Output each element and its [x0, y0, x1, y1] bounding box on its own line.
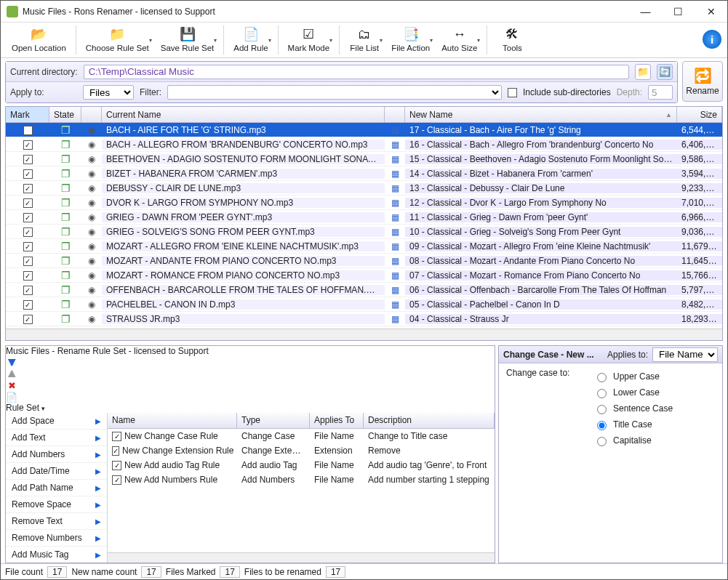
col-mark[interactable]: Mark [6, 107, 49, 122]
save-rule-set-button[interactable]: 💾 Save Rule Set▾ [156, 24, 220, 55]
mark-mode-icon: ☑ [300, 26, 317, 42]
rule-col-type[interactable]: Type [237, 413, 310, 428]
rename-button[interactable]: 🔁 Rename [682, 61, 723, 102]
audio-icon: ◉ [81, 154, 102, 164]
row-checkbox[interactable]: ✓ [23, 213, 33, 222]
file-list-button[interactable]: 🗂 File List▾ [344, 24, 385, 55]
include-subdirs-checkbox[interactable] [508, 88, 517, 97]
new-name: 16 - Classical - Bach - Allegro From 'br… [405, 140, 677, 150]
row-checkbox[interactable]: ✓ [23, 271, 33, 281]
close-button[interactable]: ✕ [695, 1, 727, 22]
state-icon: ❐ [49, 299, 81, 310]
rule-checkbox[interactable]: ✓ [112, 461, 121, 470]
row-checkbox[interactable]: ✓ [23, 227, 33, 237]
case-option[interactable]: Lower Case [593, 387, 673, 398]
rule-checkbox[interactable]: ✓ [112, 446, 119, 456]
row-checkbox[interactable]: ✓ [23, 242, 33, 251]
rule-row[interactable]: ✓New Change Case RuleChange CaseFile Nam… [108, 429, 495, 443]
action-item[interactable]: Remove Numbers▶ [6, 530, 107, 547]
rule-row[interactable]: ✓New Change Extension RuleChange Extens.… [108, 443, 495, 458]
rule-row[interactable]: ✓New Add audio Tag RuleAdd audio TagFile… [108, 458, 495, 472]
move-down-button[interactable]: ⯆ [6, 356, 17, 368]
applies-to-select[interactable]: File Name [652, 347, 718, 362]
row-checkbox[interactable]: ✓ [23, 155, 33, 164]
info-button[interactable]: i [703, 30, 721, 49]
current-name: DEBUSSY - CLAIR DE LUNE.mp3 [102, 183, 385, 193]
table-row[interactable]: ✓❐◉BIZET - HABANERA FROM 'CARMEN'.mp3▦14… [6, 166, 722, 181]
table-row[interactable]: ✓❐◉BACH - AIRE FOR THE 'G' STRING.mp3▦17… [6, 123, 722, 137]
tools-button[interactable]: 🛠 Tools [492, 24, 532, 55]
col-icon-a[interactable] [81, 107, 102, 122]
rule-row[interactable]: ✓New Add Numbers RuleAdd NumbersFile Nam… [108, 472, 495, 487]
grid-hscrollbar[interactable] [6, 329, 722, 340]
row-checkbox[interactable]: ✓ [23, 126, 33, 135]
ruleset-menu-button[interactable]: Rule Set [6, 403, 39, 413]
row-checkbox[interactable]: ✓ [23, 140, 33, 150]
new-name: 14 - Classical - Bizet - Habanera From '… [405, 169, 677, 179]
table-row[interactable]: ✓❐◉GRIEG - DAWN FROM 'PEER GYNT'.mp3▦11 … [6, 210, 722, 225]
action-item[interactable]: Add Music Tag▶ [6, 547, 107, 563]
delete-rule-button[interactable]: ✖ [6, 379, 17, 391]
open-location-button[interactable]: 📂 Open Location [7, 24, 71, 55]
browse-folder-button[interactable]: 📁 [635, 64, 651, 80]
action-item[interactable]: Remove Text▶ [6, 513, 107, 530]
row-checkbox[interactable]: ✓ [23, 198, 33, 208]
rule-col-desc[interactable]: Description [364, 413, 495, 428]
depth-input [648, 85, 673, 100]
row-checkbox[interactable]: ✓ [23, 169, 33, 179]
move-up-button[interactable]: ⯅ [6, 368, 17, 379]
refresh-button[interactable]: 🔄 [657, 64, 673, 80]
rule-checkbox[interactable]: ✓ [112, 432, 121, 441]
col-new-name[interactable]: New Name▲ [405, 107, 677, 122]
rule-grid: Name Type Applies To Description ✓New Ch… [108, 413, 495, 563]
directory-input[interactable] [84, 65, 629, 79]
action-item[interactable]: Add Text▶ [6, 430, 107, 446]
row-checkbox[interactable]: ✓ [23, 286, 33, 295]
rule-col-applies[interactable]: Applies To [310, 413, 364, 428]
auto-size-button[interactable]: ↔ Auto Size▾ [436, 24, 482, 55]
file-action-button[interactable]: 📑 File Action▾ [386, 24, 435, 55]
case-option[interactable]: Capitalise [593, 435, 673, 446]
rule-checkbox[interactable]: ✓ [112, 475, 121, 485]
row-checkbox[interactable]: ✓ [23, 257, 33, 266]
table-row[interactable]: ✓❐◉DEBUSSY - CLAIR DE LUNE.mp3▦13 - Clas… [6, 181, 722, 196]
table-row[interactable]: ✓❐◉BACH - ALLEGRO FROM 'BRANDENBURG' CON… [6, 137, 722, 152]
maximize-button[interactable]: ☐ [662, 1, 695, 22]
action-item[interactable]: Remove Space▶ [6, 496, 107, 513]
table-row[interactable]: ✓❐◉BEETHOVEN - ADAGIO SOSTENUTO FORM MOO… [6, 152, 722, 166]
row-checkbox[interactable]: ✓ [23, 300, 33, 310]
main-toolbar: 📂 Open Location 📁 Choose Rule Set▾ 💾 Sav… [1, 23, 727, 58]
table-row[interactable]: ✓❐◉MOZART - ROMANCE FROM PIANO CONCERTO … [6, 268, 722, 283]
table-row[interactable]: ✓❐◉OFFENBACH - BARCAROLLE FROM THE TALES… [6, 283, 722, 297]
col-size[interactable]: Size [677, 107, 722, 122]
current-name: GRIEG - SOLVEIG'S SONG FROM PEER GYNT.mp… [102, 227, 385, 237]
table-row[interactable]: ✓❐◉STRAUSS JR.mp3▦04 - Classical - Strau… [6, 312, 722, 326]
col-state[interactable]: State [49, 107, 81, 122]
case-option[interactable]: Upper Case [593, 371, 673, 382]
table-row[interactable]: ✓❐◉DVOR K - LARGO FROM SYMPHONY NO.mp3▦1… [6, 196, 722, 210]
action-item[interactable]: Add Date/Time▶ [6, 463, 107, 480]
minimize-button[interactable]: — [629, 1, 662, 22]
action-item[interactable]: Add Path Name▶ [6, 480, 107, 496]
rule-grid-hscroll[interactable] [108, 552, 495, 563]
action-item[interactable]: Add Space▶ [6, 413, 107, 430]
action-item[interactable]: Add Numbers▶ [6, 446, 107, 463]
filter-select[interactable] [167, 85, 502, 100]
rule-col-name[interactable]: Name [108, 413, 237, 428]
choose-rule-set-button[interactable]: 📁 Choose Rule Set▾ [81, 24, 154, 55]
row-checkbox[interactable]: ✓ [23, 315, 33, 324]
col-icon-b[interactable] [385, 107, 405, 122]
row-checkbox[interactable]: ✓ [23, 184, 33, 193]
table-row[interactable]: ✓❐◉GRIEG - SOLVEIG'S SONG FROM PEER GYNT… [6, 225, 722, 239]
mark-mode-button[interactable]: ☑ Mark Mode▾ [283, 24, 335, 55]
grid-header: Mark State Current Name New Name▲ Size [6, 107, 722, 123]
table-row[interactable]: ✓❐◉MOZART - ANDANTE FROM PIANO CONCERTO … [6, 254, 722, 268]
table-row[interactable]: ✓❐◉MOZART - ALLEGRO FROM 'EINE KLEINE NA… [6, 239, 722, 254]
case-option[interactable]: Title Case [593, 419, 673, 430]
add-rule-button[interactable]: 📄 Add Rule▾ [228, 24, 273, 55]
apply-to-select[interactable]: Files [83, 85, 134, 100]
case-option[interactable]: Sentence Case [593, 403, 673, 414]
col-current-name[interactable]: Current Name [102, 107, 385, 122]
table-row[interactable]: ✓❐◉PACHELBEL - CANON IN D.mp3▦05 - Class… [6, 297, 722, 312]
grid-body[interactable]: ✓❐◉BACH - AIRE FOR THE 'G' STRING.mp3▦17… [6, 123, 722, 329]
